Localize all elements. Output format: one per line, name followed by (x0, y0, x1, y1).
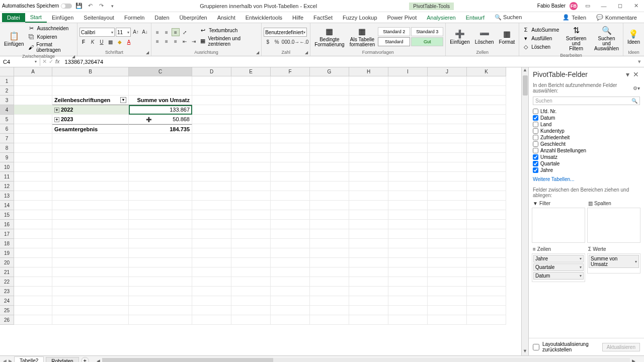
row-header[interactable]: 26 (0, 315, 14, 325)
cell[interactable] (467, 105, 506, 115)
cell[interactable] (129, 162, 192, 172)
cell[interactable] (310, 306, 349, 315)
cell[interactable] (231, 296, 271, 306)
ideas-button[interactable]: 💡Ideen (625, 28, 642, 46)
cell[interactable] (310, 287, 349, 296)
cell[interactable] (14, 287, 52, 296)
field-checkbox[interactable] (533, 167, 538, 173)
cell[interactable]: 50.868 (129, 115, 192, 124)
cell[interactable] (231, 182, 271, 191)
cell[interactable] (192, 182, 231, 191)
cell[interactable] (310, 239, 349, 248)
align-middle-button[interactable]: ≡ (163, 28, 171, 36)
tab-factset[interactable]: FactSet (308, 13, 338, 22)
cell[interactable] (349, 124, 388, 134)
cell[interactable] (467, 96, 506, 105)
area-item[interactable]: Jahre▾ (533, 255, 584, 262)
cell[interactable] (231, 258, 271, 267)
launcher-icon[interactable]: ◢ (305, 50, 308, 55)
tab-file[interactable]: Datei (2, 13, 25, 22)
pane-close-icon[interactable]: ✕ (633, 70, 640, 78)
sheet-nav-next-icon[interactable]: ▶ (9, 358, 12, 363)
area-values-drop[interactable]: Summe von Umsatz▾ (587, 253, 640, 274)
cell[interactable] (349, 248, 388, 258)
spreadsheet-grid[interactable]: A B C D E F G H I J K 123Zeilenbeschrift… (0, 67, 521, 355)
cell[interactable] (231, 210, 271, 220)
cond-format-button[interactable]: ▦Bedingte Formatierung (312, 25, 346, 48)
cell[interactable] (428, 172, 467, 182)
tab-view[interactable]: Ansicht (212, 13, 240, 22)
cell[interactable] (428, 143, 467, 153)
cell[interactable] (14, 258, 52, 267)
style-item[interactable]: Gut (411, 37, 443, 46)
cell[interactable] (271, 182, 310, 191)
cell[interactable] (310, 277, 349, 287)
cell[interactable] (231, 239, 271, 248)
cell[interactable] (388, 191, 428, 201)
cell[interactable] (52, 191, 129, 201)
field-search-input[interactable]: Suchen🔍 (533, 97, 640, 105)
col-header[interactable]: E (231, 67, 271, 76)
cell[interactable] (129, 210, 192, 220)
cell[interactable] (231, 86, 271, 96)
cell[interactable] (467, 248, 506, 258)
cell[interactable] (428, 229, 467, 239)
cell[interactable] (310, 201, 349, 210)
insert-cells-button[interactable]: ➕Einfügen (448, 28, 471, 46)
comma-button[interactable]: 000 (282, 38, 290, 46)
gear-icon[interactable]: ⚙▾ (633, 85, 640, 91)
cell[interactable] (231, 248, 271, 258)
cell[interactable] (129, 153, 192, 162)
cell[interactable] (14, 315, 52, 325)
sheet-tab-active[interactable]: Tabelle2 (14, 356, 44, 363)
cell[interactable] (14, 239, 52, 248)
tab-help[interactable]: Hilfe (287, 13, 308, 22)
expand-icon[interactable]: + (54, 117, 59, 122)
inc-decimal-button[interactable]: .0→ (291, 38, 299, 46)
cell[interactable] (388, 76, 428, 86)
cell[interactable] (349, 267, 388, 277)
cell[interactable] (14, 143, 52, 153)
qat-customize-icon[interactable]: ▾ (108, 2, 116, 10)
cell[interactable] (192, 134, 231, 143)
cell[interactable] (349, 296, 388, 306)
area-rows-drop[interactable]: Jahre▾Quartale▾Datum▾ (532, 253, 585, 282)
cell[interactable] (467, 258, 506, 267)
cell[interactable] (388, 153, 428, 162)
cell[interactable] (129, 182, 192, 191)
cell[interactable] (388, 287, 428, 296)
cell[interactable] (271, 210, 310, 220)
cell[interactable] (271, 124, 310, 134)
cell[interactable] (14, 191, 52, 201)
cell[interactable] (467, 229, 506, 239)
field-item[interactable]: Zufriedenheit (533, 134, 640, 141)
cell[interactable] (349, 229, 388, 239)
update-button[interactable]: Aktualisieren (602, 343, 640, 351)
pane-menu-icon[interactable]: ▾ (626, 70, 633, 78)
row-header[interactable]: 7 (0, 134, 14, 143)
cell[interactable] (428, 153, 467, 162)
indent-inc-button[interactable]: ⇥ (190, 37, 198, 45)
cell[interactable] (467, 239, 506, 248)
cell[interactable] (349, 191, 388, 201)
fill-color-button[interactable]: ◆ (116, 38, 124, 46)
cell[interactable] (467, 153, 506, 162)
row-header[interactable]: 24 (0, 296, 14, 306)
cell[interactable] (388, 96, 428, 105)
more-tables-link[interactable]: Weitere Tabellen... (529, 174, 644, 184)
cell[interactable] (388, 248, 428, 258)
cell[interactable] (52, 315, 129, 325)
cell[interactable] (192, 172, 231, 182)
cell[interactable] (14, 201, 52, 210)
row-header[interactable]: 18 (0, 239, 14, 248)
cell[interactable] (271, 201, 310, 210)
cell[interactable] (428, 201, 467, 210)
row-header[interactable]: 1 (0, 76, 14, 86)
cell[interactable] (231, 96, 271, 105)
cell[interactable] (388, 162, 428, 172)
cell[interactable] (467, 172, 506, 182)
cell[interactable] (192, 248, 231, 258)
area-item[interactable]: Quartale▾ (533, 263, 584, 271)
cell[interactable] (388, 315, 428, 325)
undo-icon[interactable]: ↶ (86, 2, 94, 10)
